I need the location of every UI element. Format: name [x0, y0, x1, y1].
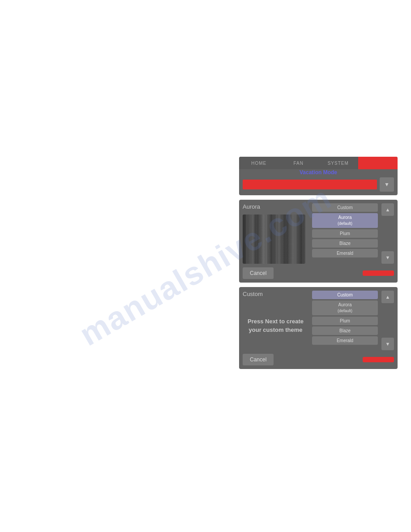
aurora-title: Aurora: [243, 203, 308, 210]
vacation-label: Vacation Mode: [243, 169, 394, 176]
aurora-theme-emerald[interactable]: Emerald: [312, 249, 378, 257]
nav-fan[interactable]: FAN: [279, 157, 319, 169]
panel-vacation: HOME FAN SYSTEM Vacation Mode: [239, 157, 398, 195]
aurora-theme-list: Custom Aurora(default) Plum Blaze Emeral…: [312, 203, 378, 264]
custom-press-text: Press Next to createyour custom theme: [248, 317, 304, 335]
aurora-theme-custom[interactable]: Custom: [312, 203, 378, 212]
nav-active[interactable]: [358, 157, 398, 169]
aurora-theme-aurora[interactable]: Aurora(default): [312, 213, 378, 228]
custom-title: Custom: [243, 291, 308, 297]
panel-aurora: Aurora Custom Aurora(default) Plum Blaze…: [239, 200, 398, 283]
aurora-side-controls: ▲ ▼: [381, 203, 394, 264]
nav-bar: HOME FAN SYSTEM: [239, 157, 398, 169]
custom-scroll-up-button[interactable]: ▲: [381, 291, 394, 303]
custom-theme-list: Custom Aurora(default) Plum Blaze Emeral…: [312, 291, 378, 350]
aurora-main: Aurora Custom Aurora(default) Plum Blaze…: [243, 203, 394, 264]
aurora-footer: Cancel: [243, 267, 394, 279]
custom-theme-aurora[interactable]: Aurora(default): [312, 300, 378, 315]
vacation-content: Vacation Mode: [239, 169, 398, 195]
custom-content-area: Press Next to createyour custom theme: [243, 301, 308, 350]
vacation-dropdown-button[interactable]: [380, 177, 394, 192]
custom-theme-plum[interactable]: Plum: [312, 317, 378, 325]
custom-theme-custom[interactable]: Custom: [312, 291, 378, 299]
custom-next-button[interactable]: [363, 357, 394, 362]
custom-theme-emerald[interactable]: Emerald: [312, 336, 378, 345]
custom-cancel-button[interactable]: Cancel: [243, 354, 274, 365]
aurora-scroll-up-button[interactable]: ▲: [381, 203, 394, 216]
nav-home[interactable]: HOME: [239, 157, 279, 169]
aurora-cancel-button[interactable]: Cancel: [243, 267, 274, 279]
custom-theme-blaze[interactable]: Blaze: [312, 326, 378, 335]
custom-scroll-down-button[interactable]: ▼: [381, 338, 394, 350]
aurora-next-button[interactable]: [363, 270, 394, 276]
aurora-preview: [243, 215, 305, 264]
aurora-theme-plum[interactable]: Plum: [312, 229, 378, 238]
aurora-theme-blaze[interactable]: Blaze: [312, 239, 378, 248]
aurora-scroll-down-button[interactable]: ▼: [381, 251, 394, 264]
aurora-preview-overlay: [243, 215, 305, 264]
custom-side-controls: ▲ ▼: [381, 291, 394, 350]
vacation-bar: [243, 180, 377, 189]
panel-custom: Custom Press Next to createyour custom t…: [239, 287, 398, 369]
vacation-bar-row: [243, 177, 394, 192]
nav-system[interactable]: SYSTEM: [318, 157, 358, 169]
custom-footer: Cancel: [243, 354, 394, 365]
custom-main: Custom Press Next to createyour custom t…: [243, 291, 394, 350]
ui-container: HOME FAN SYSTEM Vacation Mode Aurora Cus…: [239, 157, 398, 369]
